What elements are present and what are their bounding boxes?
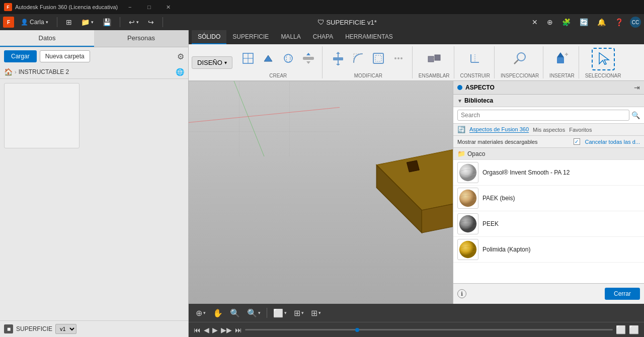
playback-prev-button[interactable]: ◀: [204, 326, 209, 334]
notification-button[interactable]: 🔔: [595, 17, 608, 27]
list-item[interactable]: Orgasol® Invent Smooth - PA 12: [453, 160, 644, 186]
nueva-carpeta-button[interactable]: Nueva carpeta: [40, 50, 90, 62]
descargables-row: Mostrar materiales descargables Cancelar…: [453, 136, 644, 148]
cc-button[interactable]: CC: [630, 17, 641, 28]
timeline-track[interactable]: [245, 329, 613, 330]
panel-expand-icon[interactable]: ⇥: [634, 83, 640, 92]
ribbon-group-modificar: MODIFICAR: [325, 46, 413, 78]
cargar-button[interactable]: Cargar: [4, 50, 37, 62]
frame-type-icon-1[interactable]: ⬜: [616, 325, 626, 334]
close-file-button[interactable]: ✕: [529, 17, 540, 27]
pan-button[interactable]: ✋: [211, 307, 225, 319]
breadcrumb-home-icon[interactable]: 🏠: [4, 68, 13, 76]
grid-toggle-button[interactable]: ⊞ ▾: [292, 307, 306, 319]
question-button[interactable]: ❓: [612, 17, 626, 27]
settings-button[interactable]: ⚙: [177, 52, 184, 61]
undo-button[interactable]: ↩▾: [126, 17, 141, 27]
tab-datos[interactable]: Datos: [0, 30, 94, 47]
descargables-checkbox[interactable]: [574, 138, 580, 145]
redo-button[interactable]: ↪: [145, 17, 156, 27]
right-area: SÓLIDO SUPERFICIE MALLA CHAPA HERRAMIENT…: [189, 30, 644, 337]
modificar-press-button[interactable]: [329, 50, 348, 68]
search-input[interactable]: [457, 110, 629, 121]
modificar-more-button[interactable]: [389, 50, 408, 68]
file-title: 🛡 SUPERFICIE v1*: [169, 18, 525, 26]
playback-start-button[interactable]: ⏮: [194, 326, 201, 334]
help-button[interactable]: 🔄: [577, 17, 591, 27]
playback-play-button[interactable]: ▶: [212, 326, 218, 334]
user-menu[interactable]: 👤 Carla ▾: [18, 18, 51, 27]
material-name-3: Polimida (Kapton): [482, 246, 530, 253]
svg-point-18: [400, 57, 403, 59]
modificar-shell-button[interactable]: [369, 50, 388, 68]
close-button[interactable]: ✕: [159, 0, 177, 14]
ribbon-tab-herramientas[interactable]: HERRAMIENTAS: [339, 30, 398, 44]
extrude-icon: [261, 51, 275, 67]
bottom-divider-1: [267, 308, 267, 318]
playback-bar: ⏮ ◀ ▶ ▶▶ ⏭ ⬜ ⬜: [189, 322, 644, 337]
zoom-fit-button[interactable]: 🔍 ▾: [245, 307, 263, 319]
list-item[interactable]: PEEK: [453, 211, 644, 237]
modificar-fillet-button[interactable]: [349, 50, 368, 68]
refresh-button[interactable]: 🔄: [457, 126, 465, 133]
insertar-button[interactable]: [551, 49, 573, 69]
render-mode-button[interactable]: ⊞ ▾: [309, 307, 323, 319]
group-label: Opaco: [467, 150, 485, 157]
ensamblar-button[interactable]: [424, 49, 445, 69]
grid-menu-button[interactable]: ⊞: [63, 17, 74, 27]
extension-button[interactable]: 🧩: [559, 17, 573, 27]
seleccionar-button[interactable]: [592, 48, 615, 70]
material-name-2: PEEK: [482, 220, 499, 227]
diseño-dropdown-button[interactable]: DISEÑO ▾: [192, 56, 232, 69]
version-select[interactable]: v1: [55, 324, 76, 334]
cerrar-button[interactable]: Cerrar: [605, 288, 640, 300]
maximize-button[interactable]: □: [140, 0, 158, 14]
new-tab-button[interactable]: ⊕: [544, 17, 555, 27]
list-item[interactable]: Polimida (Kapton): [453, 237, 644, 263]
ribbon-tab-chapa[interactable]: CHAPA: [307, 30, 339, 44]
divider-3: [163, 17, 163, 27]
minimize-button[interactable]: −: [121, 0, 139, 14]
ribbon-tab-malla[interactable]: MALLA: [275, 30, 306, 44]
biblioteca-label: Biblioteca: [464, 97, 493, 104]
group-opaco[interactable]: 📁 Opaco: [453, 148, 644, 160]
diseño-label: DISEÑO: [197, 59, 222, 66]
source-tab-favoritos[interactable]: Favoritos: [569, 127, 592, 133]
playback-next-button[interactable]: ▶▶: [221, 326, 232, 334]
inspect-icon: [512, 50, 528, 68]
source-tab-fusion[interactable]: Aspectos de Fusion 360: [469, 126, 529, 133]
more-create-icon: [301, 51, 315, 67]
thumbnail-area: [0, 79, 188, 152]
zoom-button[interactable]: 🔍: [228, 307, 242, 319]
search-icon[interactable]: 🔍: [631, 111, 640, 119]
user-label: Carla: [30, 19, 44, 26]
source-tab-mis[interactable]: Mis aspectos: [533, 127, 565, 133]
open-button[interactable]: 📁▾: [78, 17, 96, 27]
insert-icon: [554, 50, 570, 68]
navigate-button[interactable]: ⊕ ▾: [194, 307, 208, 319]
inspeccionar-button[interactable]: [509, 49, 530, 69]
save-button[interactable]: 💾: [100, 17, 114, 27]
svg-point-58: [459, 241, 476, 258]
ribbon-tab-superficie[interactable]: SUPERFICIE: [226, 30, 275, 44]
crear-revolve-button[interactable]: [279, 50, 298, 69]
insertar-label: INSERTAR: [549, 73, 575, 78]
modificar-label: MODIFICAR: [354, 73, 382, 78]
svg-point-56: [459, 215, 476, 232]
tab-personas[interactable]: Personas: [94, 30, 188, 47]
crear-sketch-button[interactable]: [238, 50, 258, 69]
crear-more-button[interactable]: [299, 50, 318, 69]
timeline-position: [355, 328, 359, 332]
cancelar-link[interactable]: Cancelar todas las d...: [585, 139, 640, 145]
display-mode-button[interactable]: ⬜ ▾: [271, 307, 289, 319]
ribbon-tab-solido[interactable]: SÓLIDO: [192, 30, 226, 44]
playback-end-button[interactable]: ⏭: [235, 326, 242, 334]
crear-extrude-button[interactable]: [259, 50, 278, 69]
biblioteca-section[interactable]: ▼ Biblioteca: [453, 95, 644, 107]
breadcrumb-globe-icon[interactable]: 🌐: [176, 68, 184, 76]
info-button[interactable]: ℹ: [457, 289, 466, 298]
frame-type-icon-2[interactable]: ⬜: [629, 325, 639, 334]
construir-button[interactable]: [464, 49, 486, 69]
user-dropdown-icon: ▾: [46, 20, 48, 25]
list-item[interactable]: PAEK (beis): [453, 186, 644, 211]
